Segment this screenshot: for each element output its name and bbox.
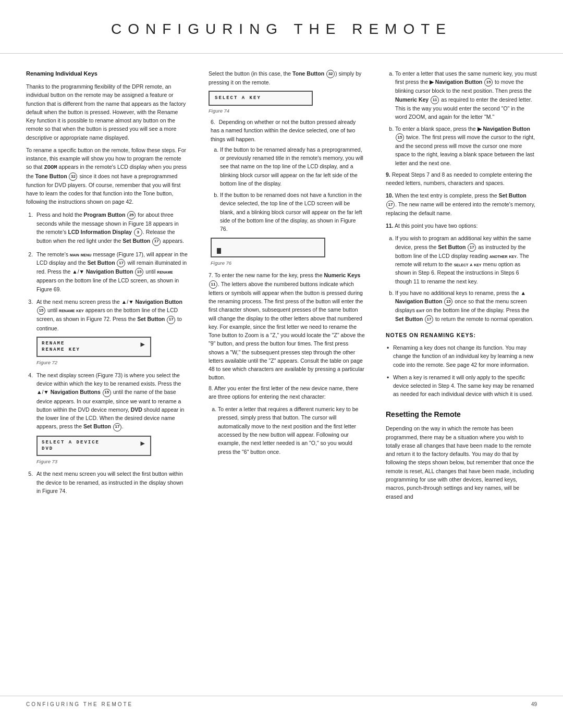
intro-paragraph-1: Thanks to the programming flexibility of…	[26, 82, 188, 142]
program-button-label: Program Button 25	[83, 212, 136, 218]
step-9: 9. Repeat Steps 7 and 8 as needed to com…	[386, 170, 537, 188]
step-11: 11. At this point you have two options:	[386, 221, 537, 230]
resetting-section: Resetting the Remote Depending on the wa…	[386, 409, 537, 501]
note-2: When a key is renamed it will only apply…	[386, 373, 537, 399]
figure-72-label: Figure 72	[36, 359, 188, 367]
nav-button-11b: Navigation Button 15	[395, 298, 453, 304]
btn-ref-17c: 17	[167, 316, 175, 324]
btn-ref-32b: 32	[326, 70, 335, 78]
btn-ref-15d: 15	[484, 78, 493, 87]
cursor-block	[217, 248, 221, 254]
page-footer: CONFIGURING THE REMOTE 49	[0, 696, 563, 712]
fig74-line1: SELECT A KEY	[215, 95, 307, 102]
fig73-arrow: ▶	[141, 439, 146, 448]
step-4: The next display screen (Figure 73) is w…	[34, 371, 188, 466]
step8-sub: To enter a letter that requires a differ…	[209, 405, 365, 456]
notes-list: Renaming a key does not change its funct…	[386, 343, 537, 399]
btn-ref-17e: 17	[386, 201, 395, 209]
fig73-line2: DVD	[42, 446, 138, 452]
right-column: To enter a letter that uses the same num…	[375, 69, 537, 505]
notes-section: NOTES ON RENAMING KEYS: Renaming a key d…	[386, 331, 537, 399]
figure-73-label: Figure 73	[36, 458, 188, 466]
step-7-label: 7. To enter the new name for the key, pr…	[209, 271, 365, 381]
step-11a: If you wish to program an additional key…	[395, 234, 537, 286]
renaming-heading: Renaming Individual Keys	[26, 69, 188, 78]
nav-button-8c: Navigation Button 15	[395, 126, 530, 140]
dvd-label: DVD	[131, 406, 142, 413]
exit-label: exit	[417, 307, 425, 313]
resetting-heading: Resetting the Remote	[386, 409, 537, 421]
step11-sub: If you wish to program an additional key…	[386, 234, 537, 324]
fig72-line1: RENAME	[42, 340, 138, 347]
btn-ref-11a: 11	[209, 280, 217, 289]
select-instruction: Select the button (in this case, the Ton…	[209, 69, 365, 87]
step-6: 6. Depending on whether or not the butto…	[209, 118, 365, 267]
btn-ref-15b: 15	[37, 306, 45, 315]
btn-ref-15c: 15	[103, 389, 111, 397]
btn-ref-11b: 11	[431, 96, 439, 104]
nav-button-label-2: Navigation Button 15	[86, 268, 144, 275]
tone-button-ref: Tone Button 32	[292, 70, 335, 77]
steps-6-8: 6. Depending on whether or not the butto…	[209, 118, 365, 267]
btn-ref-17a: 17	[152, 238, 161, 246]
another-key-label: another key	[489, 253, 517, 259]
step-10: 10. When the text entry is complete, pre…	[386, 191, 537, 217]
fig72-line2: RENAME KEY	[42, 347, 138, 353]
nav-button-8b: Navigation Button 15	[435, 79, 493, 85]
figure-76-label: Figure 76	[211, 260, 365, 267]
step-8a: To enter a letter that requires a differ…	[218, 405, 365, 456]
btn-ref-15a: 15	[135, 268, 143, 276]
fig72-arrow: ▶	[141, 340, 146, 349]
step-5: At the next menu screen you will select …	[34, 470, 188, 495]
step6-sub: If the button to be renamed already has …	[211, 145, 365, 233]
nav-buttons-label-4: Navigation Buttons 15	[51, 389, 112, 395]
btn-ref-25: 25	[127, 211, 136, 219]
page: CONFIGURING THE REMOTE Renaming Individu…	[0, 0, 563, 728]
nav-button-label-3: Navigation Button 15	[36, 299, 182, 313]
btn-ref-17d: 17	[113, 423, 121, 431]
btn-ref-3: 3	[134, 228, 142, 237]
tone-button-label: Tone Button 32	[35, 173, 78, 179]
left-column: Renaming Individual Keys Thanks to the p…	[26, 69, 203, 505]
middle-column: Select the button (in this case, the Ton…	[203, 69, 375, 505]
fig72-lcd-text: RENAME RENAME KEY	[42, 340, 138, 353]
numeric-key-8b: Numeric Key 11	[395, 96, 439, 103]
btn-ref-15f: 15	[444, 298, 452, 306]
fig73-lcd: SELECT A DEVICE DVD ▶	[36, 436, 151, 456]
set-button-label-3: Set Button 17	[137, 316, 176, 322]
main-menu-label: main menu	[70, 251, 91, 257]
footer-page-number: 49	[531, 701, 537, 707]
step-8c: To enter a blank space, press the ▶ Navi…	[395, 125, 537, 167]
set-button-11a: Set Button 17	[438, 244, 476, 250]
set-button-11b: Set Button 17	[395, 316, 434, 322]
set-button-label-1: Set Button 17	[123, 238, 161, 244]
footer-left-text: CONFIGURING THE REMOTE	[26, 701, 133, 707]
step-8b: To enter a letter that uses the same num…	[395, 69, 537, 121]
step-6a: If the button to be renamed already has …	[220, 145, 365, 188]
page-title: CONFIGURING THE REMOTE	[31, 21, 532, 38]
step-3: At the next menu screen press the ▲/▼ Na…	[34, 298, 188, 367]
step8-right-sub: To enter a letter that uses the same num…	[386, 69, 537, 167]
notes-heading: NOTES ON RENAMING KEYS:	[386, 331, 537, 339]
resetting-text: Depending on the way in which the remote…	[386, 424, 537, 500]
numeric-keys-label: Numeric Keys 11	[209, 272, 360, 287]
select-a-key-label: select a key	[454, 261, 482, 267]
step-11b: If you have no additional keys to rename…	[395, 289, 537, 324]
step-1: Press and hold the Program Button 25 for…	[34, 211, 188, 246]
rename-label: rename	[157, 268, 173, 275]
step-8-label: 8. After you enter the first letter of t…	[209, 384, 365, 401]
figure-74-label: Figure 74	[209, 108, 365, 114]
zoom-text: ZOOM	[44, 164, 57, 170]
btn-ref-32: 32	[69, 172, 77, 181]
fig73-line1: SELECT A DEVICE	[42, 439, 138, 446]
set-button-label-4: Set Button 17	[83, 423, 122, 429]
btn-ref-17f: 17	[468, 243, 476, 252]
set-button-10: Set Button 17	[386, 192, 527, 207]
step-2: The remote's main menu message (Figure 1…	[34, 250, 188, 293]
fig76-lcd	[211, 238, 325, 257]
content-area: Renaming Individual Keys Thanks to the p…	[0, 69, 563, 505]
rename-key-label: rename key	[59, 307, 84, 313]
note-1: Renaming a key does not change its funct…	[386, 343, 537, 369]
step-6b: If the button to be renamed does not hav…	[220, 191, 365, 233]
main-steps-list: Press and hold the Program Button 25 for…	[26, 211, 188, 496]
